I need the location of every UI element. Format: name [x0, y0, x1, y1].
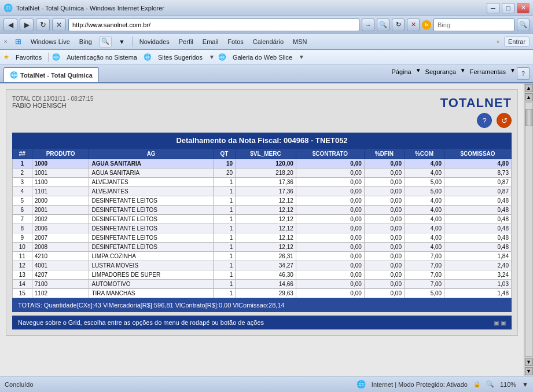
bing-link[interactable]: Bing: [77, 37, 94, 46]
table-cell: 7,00: [404, 270, 444, 280]
table-cell: 17,36: [236, 187, 296, 196]
windows-live-link[interactable]: Windows Live: [28, 37, 72, 46]
table-cell: 12,12: [236, 243, 296, 252]
table-cell: 1: [213, 224, 235, 233]
table-cell: 0,00: [296, 187, 364, 196]
table-cell: 4: [13, 187, 32, 196]
forward-button[interactable]: ▶: [20, 19, 34, 31]
table-cell: 13: [13, 270, 32, 280]
sites-sugeridos-link[interactable]: Sites Sugeridos: [155, 53, 205, 62]
zoom-level: 110%: [500, 381, 516, 388]
table-cell: 8: [13, 224, 32, 233]
nav-hint-text: Navegue sobre o Grid, escolha entre as o…: [18, 319, 264, 326]
table-cell: DESINFETANTE LEITOS: [89, 224, 213, 233]
scroll-track[interactable]: [525, 102, 533, 357]
perfil-link[interactable]: Perfil: [177, 37, 196, 46]
search-input[interactable]: [433, 19, 514, 31]
table-cell: 4,00: [404, 206, 444, 215]
col-qt: QT: [213, 149, 235, 159]
table-cell: 1102: [32, 289, 89, 298]
table-row: 72002DESINFETANTE LEITOS112,120,000,004,…: [13, 215, 512, 224]
table-cell: 3,24: [444, 270, 512, 280]
table-cell: 0,00: [364, 168, 404, 178]
maximize-button[interactable]: □: [502, 3, 514, 13]
go-button[interactable]: →: [362, 19, 374, 31]
refresh-circle-button[interactable]: ↺: [497, 113, 512, 128]
table-cell: 2006: [32, 224, 89, 233]
table-cell: 26,31: [236, 252, 296, 261]
back-button[interactable]: ◀: [3, 19, 17, 31]
seguranca-menu[interactable]: Segurança: [422, 67, 459, 80]
col-contrato: $CONTRATO: [296, 149, 364, 159]
table-cell: 0,00: [364, 270, 404, 280]
email-link[interactable]: Email: [200, 37, 221, 46]
address-bar: ◀ ▶ ↻ ✕ → 🔍 ↻ ✕ b 🔍: [0, 16, 533, 34]
table-cell: 1,84: [444, 252, 512, 261]
table-cell: AGUA SANITARIA: [89, 168, 213, 178]
calendario-link[interactable]: Calendário: [251, 37, 286, 46]
stop-button[interactable]: ✕: [52, 19, 66, 31]
active-tab[interactable]: 🌐 TotalNet - Total Química: [3, 67, 99, 82]
col-comissao: $COMISSAO: [444, 149, 512, 159]
table-cell: 1: [213, 187, 235, 196]
table-cell: 0,00: [296, 224, 364, 233]
zoom-dropdown-icon[interactable]: ▼: [522, 381, 528, 388]
scroll-up-fast[interactable]: ▲: [525, 93, 533, 101]
galeria-link[interactable]: Galeria do Web Slice: [230, 53, 295, 62]
table-row: 52000DESINFETANTE LEITOS112,120,000,004,…: [13, 196, 512, 206]
table-cell: LIMPA COZINHA: [89, 252, 213, 261]
scroll-thumb[interactable]: [525, 109, 532, 126]
scroll-down-fast[interactable]: ▼: [525, 358, 533, 366]
help-circle-button[interactable]: ?: [477, 113, 492, 128]
refresh-button[interactable]: ↻: [36, 19, 50, 31]
toolbar-more[interactable]: »: [497, 39, 499, 45]
table-cell: ALVEJANTES: [89, 187, 213, 196]
fotos-link[interactable]: Fotos: [225, 37, 246, 46]
table-cell: 1: [13, 159, 32, 168]
table-cell: 4207: [32, 270, 89, 280]
autenticacao-link[interactable]: Autenticação no Sistema: [64, 53, 140, 62]
close-button[interactable]: ✕: [517, 3, 530, 13]
table-cell: 0,48: [444, 196, 512, 206]
header-info-block: TOTAL CDI 13/01/11 - 08:27:15 FABIO HOEN…: [12, 96, 93, 109]
table-cell: 0,00: [296, 206, 364, 215]
table-row: 92007DESINFETANTE LEITOS112,120,000,004,…: [13, 233, 512, 243]
table-cell: 1: [213, 206, 235, 215]
msn-link[interactable]: MSN: [291, 37, 309, 46]
table-row: 21001AGUA SANITARIA20218,200,000,004,008…: [13, 168, 512, 178]
table-cell: 1,48: [444, 289, 512, 298]
favoritos-button[interactable]: Favoritos: [13, 53, 45, 62]
table-cell: 14,66: [236, 280, 296, 289]
search-icon[interactable]: 🔍: [377, 19, 389, 31]
table-cell: 1: [213, 252, 235, 261]
search-button[interactable]: 🔍: [517, 19, 530, 31]
ferramentas-menu[interactable]: Ferramentas: [467, 67, 509, 80]
vertical-scrollbar[interactable]: ▲ ▲ ▼ ▼: [524, 83, 533, 376]
nav-hint-icons: ▣ ▣: [494, 320, 506, 326]
table-cell: 4001: [32, 261, 89, 270]
table-cell: 5,00: [404, 187, 444, 196]
tab-controls: Página ▼ Segurança ▼ Ferramentas ▼ ?: [388, 67, 530, 80]
table-cell: 0,00: [364, 206, 404, 215]
col-num: ##: [13, 149, 32, 159]
address-input[interactable]: [68, 19, 359, 31]
table-cell: LUSTRA MOVEIS: [89, 261, 213, 270]
table-row: 41101ALVEJANTES117,360,000,005,000,87: [13, 187, 512, 196]
title-bar-controls[interactable]: ─ □ ✕: [487, 3, 530, 13]
status-text: Concluído: [5, 381, 351, 388]
entrar-button[interactable]: Entrar: [504, 36, 530, 47]
minimize-button[interactable]: ─: [487, 3, 499, 13]
table-cell: 1: [213, 280, 235, 289]
refresh-icon-2[interactable]: ↻: [392, 19, 405, 31]
scroll-up-button[interactable]: ▲: [525, 84, 533, 92]
novidades-link[interactable]: Novidades: [137, 37, 172, 46]
table-cell: 0,87: [444, 187, 512, 196]
search-toolbar-button[interactable]: 🔍: [99, 36, 112, 47]
scroll-down-button[interactable]: ▼: [525, 367, 533, 375]
stop-icon-2[interactable]: ✕: [407, 19, 420, 31]
toolbar-dropdown[interactable]: ▼: [116, 37, 127, 46]
table-cell: 12,12: [236, 196, 296, 206]
pagina-menu[interactable]: Página: [388, 67, 414, 80]
help-menu[interactable]: ?: [517, 67, 530, 80]
table-row: 31100ALVEJANTES117,360,000,005,000,87: [13, 178, 512, 187]
